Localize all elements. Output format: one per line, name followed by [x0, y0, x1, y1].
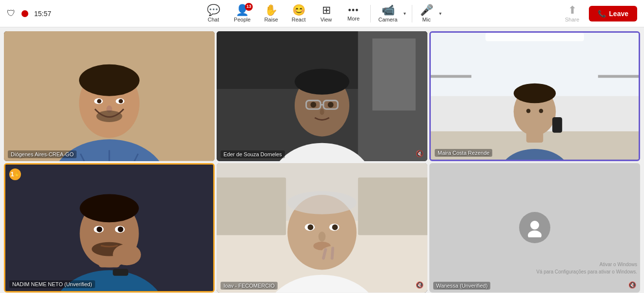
- tile-label-eder: Eder de Souza Dorneles: [221, 150, 285, 158]
- video-tile[interactable]: Eder de Souza Dorneles 🔇: [217, 31, 427, 161]
- svg-rect-52: [113, 269, 128, 275]
- video-grid: Diógenes Aires-CREA-GO: [4, 31, 640, 293]
- raise-badge-nadim: 1 ✋: [9, 168, 21, 180]
- svg-rect-30: [485, 33, 584, 41]
- chat-button[interactable]: 💬 Chat: [201, 3, 226, 24]
- mic-chevron-button[interactable]: ▾: [437, 9, 443, 18]
- tile-label-wanessa: Wanessa (Unverified): [433, 282, 490, 290]
- video-tile[interactable]: 1 ✋ NADIM NEME NETO (Unverified): [4, 163, 215, 293]
- react-label: React: [292, 17, 306, 22]
- svg-rect-32: [598, 75, 639, 78]
- video-feed-diogenes: [4, 31, 215, 161]
- video-tile[interactable]: Maira Costa Rezende: [429, 31, 640, 161]
- topbar-left: 🛡 15:57: [0, 8, 164, 19]
- tile-mic-muted-eder: 🔇: [416, 150, 423, 157]
- camera-chevron-button[interactable]: ▾: [402, 9, 408, 18]
- main-content: Diógenes Aires-CREA-GO: [0, 27, 644, 293]
- view-button[interactable]: ⊞ View: [314, 3, 339, 24]
- raise-hand-icon: ✋: [14, 171, 20, 177]
- svg-point-7: [79, 64, 140, 96]
- chat-label: Chat: [208, 17, 219, 22]
- chat-icon: 💬: [207, 5, 220, 16]
- svg-point-39: [539, 109, 543, 113]
- tile-label-maira: Maira Costa Rezende: [435, 149, 492, 157]
- svg-rect-56: [358, 177, 427, 235]
- tile-label-diogenes: Diógenes Aires-CREA-GO: [8, 150, 77, 158]
- mic-button[interactable]: 🎤 Mic: [416, 3, 437, 24]
- more-icon: •••: [348, 6, 359, 15]
- svg-point-65: [319, 231, 326, 242]
- divider-1: [370, 5, 371, 22]
- svg-point-13: [96, 110, 122, 122]
- svg-point-64: [332, 224, 338, 230]
- toolbar: 💬 Chat 👤 13 People ✋ Raise 😊 React ⊞ Vie…: [164, 3, 480, 24]
- share-label: Share: [565, 17, 579, 22]
- svg-rect-31: [431, 75, 471, 78]
- tile-label-ioav: Ioav - FECOMERCIO: [221, 282, 278, 290]
- svg-point-45: [80, 194, 139, 222]
- svg-point-50: [118, 227, 123, 232]
- svg-point-49: [97, 227, 102, 232]
- video-feed-eder: [217, 31, 427, 161]
- people-label: People: [234, 17, 250, 22]
- video-tile[interactable]: Diógenes Aires-CREA-GO: [4, 31, 215, 161]
- react-button[interactable]: 😊 React: [286, 3, 312, 24]
- share-button[interactable]: ⬆ Share: [559, 3, 585, 24]
- tile-mic-muted-wanessa: 🔇: [628, 281, 636, 289]
- svg-point-63: [307, 224, 313, 230]
- more-button[interactable]: ••• More: [341, 4, 366, 23]
- people-badge: 13: [245, 3, 253, 11]
- svg-point-38: [526, 109, 531, 113]
- svg-rect-40: [552, 117, 562, 133]
- tile-label-nadim: NADIM NEME NETO (Unverified): [9, 280, 95, 288]
- topbar-right: ⬆ Share 📞 Leave: [480, 3, 644, 24]
- camera-group: 📹 Camera ▾: [375, 3, 408, 24]
- svg-point-11: [119, 99, 123, 104]
- shield-icon: 🛡: [7, 8, 16, 19]
- svg-point-10: [97, 99, 101, 104]
- raise-button[interactable]: ✋ Raise: [259, 3, 284, 24]
- phone-leave-icon: 📞: [598, 10, 606, 18]
- svg-point-37: [514, 84, 556, 103]
- camera-label: Camera: [379, 17, 398, 22]
- svg-rect-55: [217, 177, 286, 235]
- windows-watermark: Ativar o Windows Vá para Configurações p…: [536, 261, 637, 275]
- avatar-wanessa: [519, 212, 550, 243]
- raise-label: Raise: [264, 17, 278, 22]
- svg-point-27: [320, 109, 324, 115]
- camera-button[interactable]: 📹 Camera: [375, 3, 402, 24]
- mic-group: 🎤 Mic ▾: [416, 3, 443, 24]
- video-feed-nadim: [5, 165, 213, 292]
- record-indicator: [21, 10, 28, 17]
- raise-number: 1: [10, 170, 14, 178]
- share-icon: ⬆: [568, 5, 577, 16]
- video-feed-ioav: [217, 163, 427, 293]
- svg-point-60: [287, 191, 357, 214]
- topbar: 🛡 15:57 💬 Chat 👤 13 People ✋ Raise 😊 Rea…: [0, 0, 644, 27]
- view-icon: ⊞: [322, 5, 331, 16]
- clock: 15:57: [34, 10, 51, 18]
- mic-label: Mic: [423, 17, 431, 22]
- mic-icon: 🎤: [420, 5, 433, 16]
- svg-point-70: [530, 221, 539, 230]
- people-icon: 👤 13: [236, 5, 249, 16]
- svg-line-69: [332, 248, 333, 258]
- svg-point-26: [328, 102, 334, 108]
- more-label: More: [347, 16, 360, 21]
- svg-rect-17: [372, 39, 416, 111]
- video-tile[interactable]: Ioav - FECOMERCIO 🔇: [217, 163, 427, 293]
- chevron-down-icon: ▾: [403, 11, 406, 16]
- svg-point-51: [113, 244, 141, 265]
- divider-2: [412, 5, 412, 22]
- tile-mic-muted-ioav: 🔇: [416, 281, 423, 289]
- svg-point-71: [528, 230, 542, 237]
- camera-icon: 📹: [382, 5, 395, 16]
- view-label: View: [321, 17, 332, 22]
- svg-point-25: [310, 102, 316, 108]
- chevron-down-icon-mic: ▾: [439, 11, 442, 16]
- people-button[interactable]: 👤 13 People: [228, 3, 256, 24]
- video-feed-maira: [431, 33, 639, 160]
- leave-button[interactable]: 📞 Leave: [589, 6, 637, 21]
- raise-icon: ✋: [264, 5, 278, 16]
- react-icon: 😊: [292, 5, 305, 16]
